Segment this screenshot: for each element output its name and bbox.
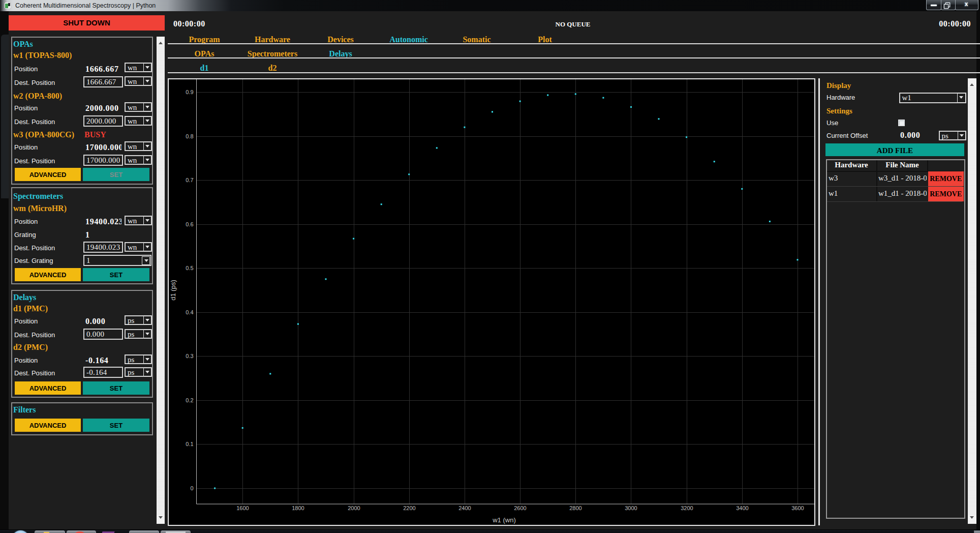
svg-text:0: 0 (190, 485, 193, 491)
svg-text:0.6: 0.6 (186, 221, 193, 227)
svg-text:0.9: 0.9 (186, 89, 193, 95)
svg-text:0.1: 0.1 (186, 441, 193, 447)
svg-text:2600: 2600 (514, 505, 526, 511)
svg-text:3400: 3400 (736, 505, 748, 511)
svg-text:w1 (wn): w1 (wn) (492, 516, 516, 523)
svg-text:0.5: 0.5 (186, 265, 193, 271)
svg-text:2800: 2800 (569, 505, 581, 511)
svg-text:2000: 2000 (348, 505, 360, 511)
svg-text:0.7: 0.7 (186, 177, 193, 183)
svg-text:1600: 1600 (236, 505, 249, 511)
svg-text:3600: 3600 (791, 505, 804, 511)
svg-text:2400: 2400 (458, 505, 471, 511)
svg-text:d1 (ps): d1 (ps) (169, 280, 177, 300)
svg-text:0.3: 0.3 (186, 353, 193, 359)
svg-text:3200: 3200 (681, 505, 693, 511)
svg-text:3000: 3000 (625, 505, 637, 511)
svg-text:1800: 1800 (292, 505, 304, 511)
svg-text:0.2: 0.2 (186, 397, 193, 403)
svg-text:0.4: 0.4 (186, 309, 193, 315)
svg-text:2200: 2200 (403, 505, 415, 511)
svg-text:0.8: 0.8 (186, 133, 193, 139)
